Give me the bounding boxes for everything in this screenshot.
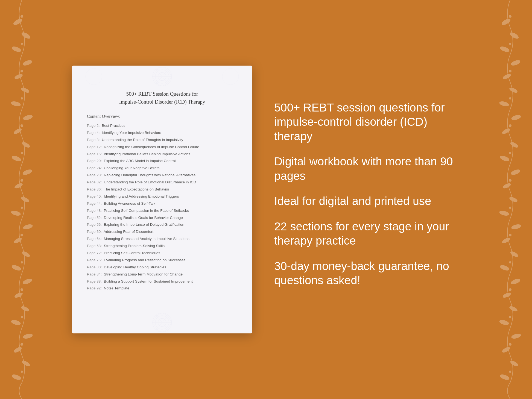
toc-item: Page 84: Strengthening Long-Term Motivat… <box>87 272 237 277</box>
svg-point-59 <box>510 141 519 149</box>
svg-point-38 <box>21 316 23 318</box>
svg-point-61 <box>509 196 518 203</box>
main-content: 500+ REBT Session Questions for Impulse-… <box>47 66 485 333</box>
feature-text: 30-day money-back guarantee, no question… <box>274 259 460 288</box>
svg-point-16 <box>21 87 30 94</box>
svg-point-34 <box>21 207 23 209</box>
toc-item: Page 20: Exploring the ABC Model in Impu… <box>87 159 237 164</box>
feature-item: 22 sections for every stage in your ther… <box>274 219 460 248</box>
svg-point-23 <box>22 278 33 285</box>
svg-point-81 <box>509 371 511 373</box>
table-of-contents: Page 2: Best PracticesPage 4: Identifyin… <box>87 123 237 291</box>
svg-point-66 <box>511 333 522 340</box>
svg-point-18 <box>21 141 31 149</box>
svg-point-9 <box>11 264 22 271</box>
features-text: 500+ REBT session questions for impulse-… <box>274 101 460 299</box>
svg-point-5 <box>11 155 22 162</box>
svg-point-30 <box>21 97 23 99</box>
svg-point-60 <box>510 168 521 176</box>
svg-point-20 <box>21 196 30 203</box>
svg-point-22 <box>21 250 31 258</box>
toc-item: Page 32: Understanding the Role of Emoti… <box>87 180 237 185</box>
toc-item: Page 16: Identifying Irrational Beliefs … <box>87 152 237 157</box>
toc-item: Page 56: Exploring the Importance of Del… <box>87 222 237 227</box>
bottom-decoration <box>72 312 252 333</box>
toc-item: Page 24: Challenging Your Negative Belie… <box>87 166 237 171</box>
svg-point-80 <box>509 343 511 346</box>
svg-point-21 <box>23 224 33 230</box>
toc-item: Page 2: Best Practices <box>87 123 237 128</box>
svg-point-14 <box>21 31 31 40</box>
workbook-card: 500+ REBT Session Questions for Impulse-… <box>72 66 252 333</box>
svg-point-44 <box>499 101 510 107</box>
toc-item: Page 4: Identifying Your Impulsive Behav… <box>87 130 237 136</box>
svg-point-67 <box>510 360 519 367</box>
svg-point-35 <box>21 234 23 236</box>
toc-item: Page 48: Practicing Self-Compassion in t… <box>87 208 237 213</box>
content-overview-heading: Content Overview: <box>87 114 237 119</box>
svg-point-63 <box>510 250 519 258</box>
svg-point-55 <box>509 31 519 40</box>
svg-point-33 <box>21 179 23 182</box>
svg-point-24 <box>21 305 30 312</box>
svg-point-62 <box>511 224 522 230</box>
feature-text: 500+ REBT session questions for impulse-… <box>274 101 460 144</box>
svg-point-0 <box>12 17 23 26</box>
svg-point-25 <box>23 333 33 340</box>
svg-point-79 <box>509 316 511 318</box>
svg-point-72 <box>509 124 511 127</box>
toc-item: Page 40: Identifying and Addressing Emot… <box>87 194 237 199</box>
floral-decoration-left <box>0 0 44 399</box>
svg-point-40 <box>21 371 23 373</box>
svg-point-71 <box>509 97 511 99</box>
svg-point-27 <box>21 15 23 18</box>
svg-point-48 <box>499 210 510 217</box>
toc-item: Page 68: Strengthening Problem-Solving S… <box>87 243 237 249</box>
toc-item: Page 36: The Impact of Expectations on B… <box>87 187 237 192</box>
svg-point-43 <box>502 73 512 80</box>
svg-point-2 <box>14 73 24 80</box>
feature-item: 500+ REBT session questions for impulse-… <box>274 101 460 144</box>
svg-point-54 <box>499 373 510 381</box>
svg-point-42 <box>499 45 510 53</box>
svg-point-50 <box>499 264 510 271</box>
svg-point-36 <box>21 261 23 263</box>
svg-point-86 <box>222 68 239 85</box>
svg-point-3 <box>11 101 21 107</box>
floral-decoration-right <box>488 0 532 399</box>
svg-point-7 <box>11 210 21 217</box>
top-decoration <box>72 66 252 87</box>
svg-point-41 <box>501 17 511 26</box>
svg-point-28 <box>21 43 23 45</box>
svg-point-10 <box>14 292 24 299</box>
svg-point-26 <box>21 360 31 367</box>
feature-text: 22 sections for every stage in your ther… <box>274 219 460 248</box>
feature-item: Ideal for digital and printed use <box>274 194 460 209</box>
svg-point-52 <box>499 319 510 326</box>
svg-point-47 <box>502 182 512 189</box>
toc-item: Page 12: Recognizing the Consequences of… <box>87 145 237 150</box>
feature-text: Digital workbook with more than 90 pages <box>274 154 460 183</box>
svg-point-1 <box>11 45 22 53</box>
svg-point-13 <box>11 373 22 381</box>
svg-point-56 <box>510 59 521 66</box>
toc-item: Page 64: Managing Stress and Anxiety in … <box>87 236 237 242</box>
svg-point-65 <box>509 305 518 312</box>
svg-point-57 <box>509 87 518 94</box>
svg-point-78 <box>509 288 511 291</box>
toc-item: Page 80: Developing Healthy Coping Strat… <box>87 265 237 270</box>
svg-point-29 <box>21 70 23 72</box>
svg-point-58 <box>511 114 522 121</box>
feature-item: Digital workbook with more than 90 pages <box>274 154 460 183</box>
svg-point-19 <box>22 168 33 176</box>
toc-item: Page 44: Building Awareness of Self-Talk <box>87 201 237 206</box>
svg-point-69 <box>509 43 511 45</box>
svg-point-51 <box>502 292 512 299</box>
svg-point-46 <box>499 155 510 162</box>
svg-point-74 <box>509 179 511 182</box>
toc-item: Page 72: Practicing Self-Control Techniq… <box>87 251 237 256</box>
workbook-title: 500+ REBT Session Questions for Impulse-… <box>87 90 237 106</box>
toc-item: Page 76: Evaluating Progress and Reflect… <box>87 258 237 263</box>
toc-item: Page 28: Replacing Unhelpful Thoughts wi… <box>87 173 237 178</box>
svg-point-68 <box>509 15 511 18</box>
